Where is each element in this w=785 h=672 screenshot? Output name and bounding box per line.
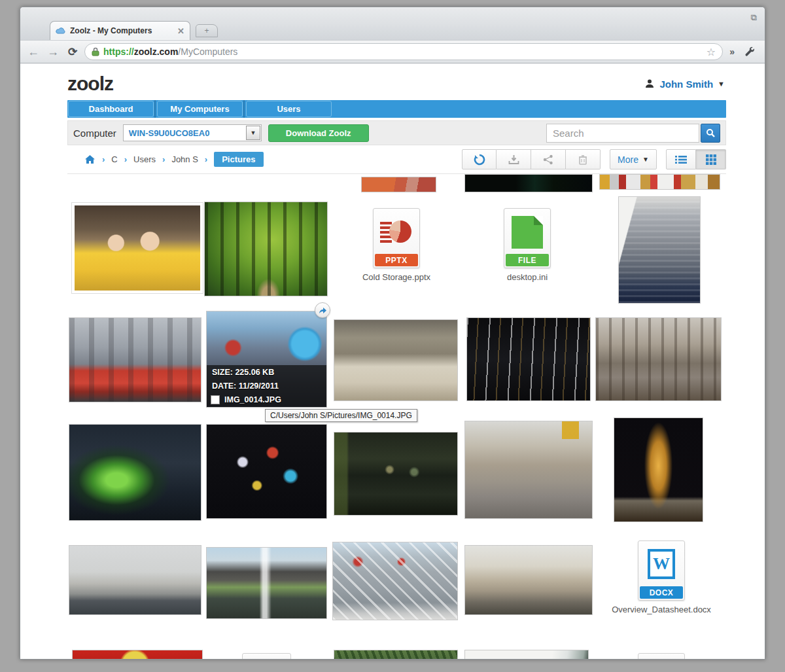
share-button[interactable]: [531, 149, 566, 169]
user-name: John Smith: [659, 79, 713, 90]
more-caret-icon: ▼: [642, 156, 649, 163]
url-scheme: https://: [103, 46, 134, 57]
pptx-art: [374, 209, 419, 254]
crumb-john-s[interactable]: John S: [171, 154, 198, 164]
download-zoolz-button[interactable]: Download Zoolz: [268, 124, 369, 142]
crumb-pictures-current[interactable]: Pictures: [214, 152, 263, 167]
cloud-icon: [56, 27, 66, 35]
share-icon: [543, 154, 553, 165]
thumbnail-christmas-tree-photo[interactable]: [69, 424, 201, 521]
nav-tab-dashboard[interactable]: Dashboard: [68, 101, 154, 117]
file-grid: PPTX Cold Storage.pptx FILE desktop.ini …: [67, 174, 726, 659]
breadcrumb-toolbar: › C › Users › John S › Pictures: [67, 145, 726, 174]
reload-button[interactable]: ⟳: [65, 45, 80, 59]
grid-view-button[interactable]: [696, 149, 726, 169]
thumbnail-photo-partial-top[interactable]: [464, 174, 593, 192]
thumbnail-lake-night-photo[interactable]: [334, 432, 458, 516]
download-button[interactable]: [497, 149, 531, 169]
user-icon: [644, 79, 655, 89]
file-sheet-icon: [512, 216, 543, 249]
thumbnail-waterfront-photo[interactable]: [69, 545, 201, 615]
delete-button[interactable]: [566, 149, 601, 169]
site-header: zoolz John Smith ▼: [67, 63, 726, 100]
thumbnail-photo-partial-top[interactable]: [599, 174, 720, 190]
hover-date: DATE: 11/29/2011: [212, 381, 321, 391]
thumbnail-paris-street-photo[interactable]: [464, 421, 593, 519]
address-bar[interactable]: https://zoolz.com/MyComputers ☆: [84, 43, 723, 60]
hover-info-overlay: SIZE: 225.06 KB DATE: 11/29/2011 IMG_001…: [207, 365, 326, 407]
file-label-pptx[interactable]: Cold Storage.pptx: [342, 272, 451, 282]
thumbnail-photo-partial-top[interactable]: [361, 177, 436, 192]
download-icon: [508, 154, 519, 165]
crumb-users[interactable]: Users: [133, 154, 156, 164]
nav-tab-users[interactable]: Users: [246, 101, 332, 117]
pptx-lines-icon: [380, 222, 392, 224]
new-tab-button[interactable]: +: [196, 24, 218, 37]
browser-tab[interactable]: Zoolz - My Computers ✕: [50, 21, 190, 40]
refresh-icon: [474, 154, 485, 166]
file-icon-ini[interactable]: FILE: [504, 208, 551, 268]
select-checkbox[interactable]: [211, 395, 220, 404]
search-input[interactable]: [546, 124, 699, 143]
view-toggle-group: [666, 149, 726, 169]
user-menu[interactable]: John Smith ▼: [644, 79, 725, 90]
thumbnail-forest-photo[interactable]: [204, 202, 328, 296]
share-arrow-icon: [319, 307, 327, 314]
thumbnail-kids-photo[interactable]: [72, 203, 203, 293]
home-icon[interactable]: [84, 154, 96, 164]
window-restore-icon[interactable]: ⧉: [751, 12, 757, 23]
browser-toolbar: ← → ⟳ https://zoolz.com/MyComputers ☆ »: [20, 40, 765, 63]
file-actions-group: [462, 149, 601, 169]
thumbnail-photo-partial-bottom[interactable]: [334, 650, 458, 659]
computer-control-bar: Computer WIN-S9U0UCO8EA0 ▼ Download Zool…: [67, 120, 726, 145]
close-tab-icon[interactable]: ✕: [177, 26, 184, 36]
preview-badge[interactable]: [315, 302, 330, 318]
nav-separator: [243, 100, 245, 118]
forward-button[interactable]: →: [45, 45, 61, 59]
thumbnail-eiffel-tower-photo[interactable]: [614, 417, 703, 522]
file-icon-pptx[interactable]: PPTX: [373, 208, 420, 268]
hover-size: SIZE: 225.06 KB: [212, 368, 321, 377]
overflow-chevrons-icon[interactable]: »: [727, 46, 736, 57]
computer-select-value: WIN-S9U0UCO8EA0: [129, 128, 210, 138]
thumbnail-times-square-night-photo[interactable]: [206, 424, 327, 519]
thumbnail-skyscraper-photo[interactable]: [618, 196, 701, 304]
wrench-menu-icon[interactable]: [740, 44, 759, 60]
file-icon-docx[interactable]: W DOCX: [638, 540, 685, 601]
docx-w-icon: W: [648, 549, 675, 579]
url-text: https://zoolz.com/MyComputers: [103, 46, 703, 57]
list-view-icon: [675, 155, 687, 164]
crumb-separator: ›: [162, 154, 165, 164]
file-icon-partial-bottom[interactable]: [242, 653, 291, 659]
padlock-icon: [92, 47, 99, 56]
browser-window: Zoolz - My Computers ✕ + ⧉ ← → ⟳ https:/…: [20, 7, 765, 660]
thumbnail-pompidou-photo[interactable]: [332, 542, 458, 620]
file-icon-partial-bottom[interactable]: [638, 653, 685, 659]
file-art: [504, 209, 550, 254]
file-badge: FILE: [506, 254, 549, 266]
back-button[interactable]: ←: [26, 45, 41, 59]
nav-tab-my-computers[interactable]: My Computers: [157, 101, 243, 117]
hover-filename: IMG_0014.JPG: [224, 395, 281, 404]
thumbnail-img-0014-hovered[interactable]: SIZE: 225.06 KB DATE: 11/29/2011 IMG_001…: [206, 311, 327, 408]
page-viewport: zoolz John Smith ▼ Dashboard My Computer…: [20, 63, 765, 659]
crumb-c[interactable]: C: [111, 154, 117, 164]
file-label-docx[interactable]: Overview_Datasheet.docx: [591, 605, 726, 614]
bookmark-star-icon[interactable]: ☆: [706, 46, 716, 58]
file-label-ini[interactable]: desktop.ini: [473, 272, 582, 282]
thumbnail-photo-partial-bottom[interactable]: [72, 650, 203, 659]
main-nav: Dashboard My Computers Users: [67, 100, 726, 118]
thumbnail-red-bus-photo[interactable]: [69, 317, 201, 402]
list-view-button[interactable]: [666, 149, 696, 169]
crumb-separator: ›: [205, 154, 207, 164]
thumbnail-photo-partial-bottom[interactable]: [464, 650, 589, 659]
thumbnail-fountain-photo[interactable]: [206, 547, 327, 619]
more-button[interactable]: More ▼: [610, 149, 657, 169]
thumbnail-light-streaks-photo[interactable]: [466, 317, 591, 401]
thumbnail-riverside-photo[interactable]: [464, 545, 593, 615]
thumbnail-park-path-photo[interactable]: [595, 317, 722, 401]
search-button[interactable]: [701, 124, 720, 143]
computer-select[interactable]: WIN-S9U0UCO8EA0 ▼: [123, 124, 262, 141]
refresh-button[interactable]: [462, 149, 497, 169]
thumbnail-winter-painting[interactable]: [334, 319, 458, 401]
